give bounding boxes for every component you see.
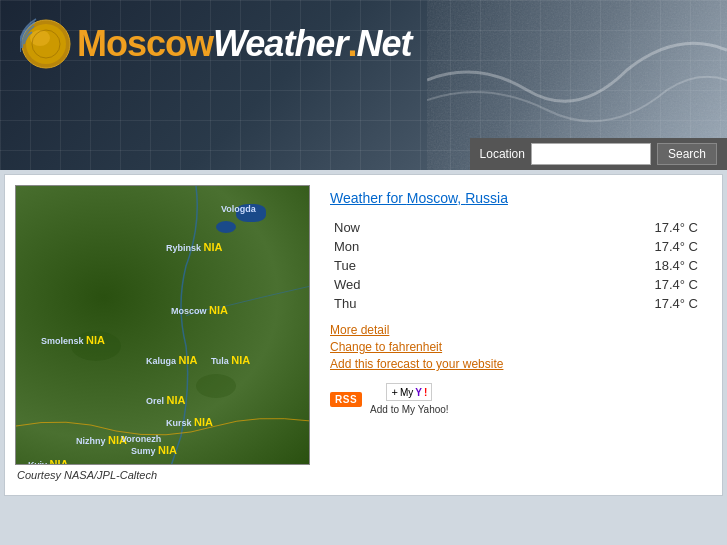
my-label: My <box>400 387 413 398</box>
map-label-voronezh: Voronezh <box>121 434 161 444</box>
logo-text: MoscowWeather.Net <box>77 23 411 65</box>
weather-panel: Weather for Moscow, Russia Now17.4° CMon… <box>320 185 712 485</box>
weather-country-link[interactable]: Russia <box>465 190 508 206</box>
weather-temp: 17.4° C <box>410 218 702 237</box>
weather-table: Now17.4° CMon17.4° CTue18.4° CWed17.4° C… <box>330 218 702 313</box>
map-label-tula: Tula NIA <box>211 354 250 366</box>
badge-row: RSS + My Y! Add to My Yahoo! <box>330 383 702 415</box>
yahoo-y: Y <box>415 387 422 398</box>
yahoo-badge[interactable]: + My Y! <box>386 383 432 401</box>
map-label-kursk: Kursk NIA <box>166 416 213 428</box>
weather-day: Now <box>330 218 410 237</box>
svg-point-6 <box>196 374 236 398</box>
logo-moscow: Moscow <box>77 23 213 64</box>
globe-icon <box>20 18 72 70</box>
rss-badge[interactable]: RSS <box>330 392 362 407</box>
weather-row: Wed17.4° C <box>330 275 702 294</box>
map-label-vologda: Vologda <box>221 204 256 214</box>
header: MoscowWeather.Net Location Search <box>0 0 727 170</box>
forecast-website-link[interactable]: Add this forecast to your website <box>330 357 702 371</box>
map-label-sumy: Sumy NIA <box>131 444 177 456</box>
weather-day: Tue <box>330 256 410 275</box>
site-logo: MoscowWeather.Net <box>20 18 411 70</box>
weather-city-link[interactable]: Moscow <box>407 190 458 206</box>
weather-title-prefix: Weather for <box>330 190 407 206</box>
map-label-moscow: Moscow NIA <box>171 304 228 316</box>
map-svg <box>16 186 310 465</box>
add-icon: + <box>391 386 397 398</box>
weather-temp: 17.4° C <box>410 237 702 256</box>
map-label-kyiv: Kyiv NIA <box>28 458 68 465</box>
fahrenheit-link[interactable]: Change to fahrenheit <box>330 340 702 354</box>
yahoo-bang: ! <box>424 387 427 398</box>
weather-row: Tue18.4° C <box>330 256 702 275</box>
map-label-nizhny: Nizhny NIA <box>76 434 127 446</box>
weather-row: Thu17.4° C <box>330 294 702 313</box>
weather-row: Now17.4° C <box>330 218 702 237</box>
yahoo-container: + My Y! Add to My Yahoo! <box>370 383 449 415</box>
search-bar: Location Search <box>470 138 727 170</box>
map-label-rybinsk: Rybinsk NIA <box>166 241 222 253</box>
map-label-orel: Orel NIA <box>146 394 185 406</box>
weather-day: Wed <box>330 275 410 294</box>
weather-links: More detail Change to fahrenheit Add thi… <box>330 323 702 371</box>
map-container: Vologda Rybinsk NIA Moscow NIA Smolensk … <box>15 185 310 465</box>
logo-net: Net <box>356 23 411 64</box>
add-yahoo-label: Add to My Yahoo! <box>370 404 449 415</box>
weather-separator: , <box>457 190 465 206</box>
weather-temp: 18.4° C <box>410 256 702 275</box>
search-button[interactable]: Search <box>657 143 717 165</box>
map-panel: Vologda Rybinsk NIA Moscow NIA Smolensk … <box>15 185 310 485</box>
search-label: Location <box>480 147 525 161</box>
weather-day: Mon <box>330 237 410 256</box>
logo-weather: Weather <box>213 23 347 64</box>
main-content: Vologda Rybinsk NIA Moscow NIA Smolensk … <box>4 174 723 496</box>
search-input[interactable] <box>531 143 651 165</box>
weather-row: Mon17.4° C <box>330 237 702 256</box>
map-label-smolensk: Smolensk NIA <box>41 334 105 346</box>
map-caption: Courtesy NASA/JPL-Caltech <box>15 465 310 485</box>
map-label-kaluga: Kaluga NIA <box>146 354 197 366</box>
weather-title: Weather for Moscow, Russia <box>330 190 702 206</box>
weather-temp: 17.4° C <box>410 294 702 313</box>
weather-temp: 17.4° C <box>410 275 702 294</box>
weather-day: Thu <box>330 294 410 313</box>
more-detail-link[interactable]: More detail <box>330 323 702 337</box>
